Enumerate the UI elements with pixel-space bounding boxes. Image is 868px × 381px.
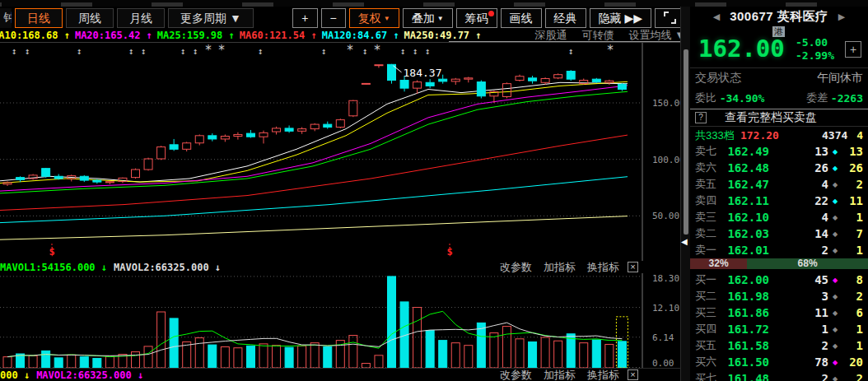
toolbar-button-+[interactable]: + [292, 8, 317, 28]
buy-orderbook: 买一162.0045◆8买二161.983◆2买三161.8611◆6买四161… [690, 272, 868, 381]
pane-button-加指标[interactable]: 加指标 [544, 260, 576, 275]
candlestick-chart[interactable]: 150.00100.0050.00↕↕↕↕↕↕↕**↕↕*↕*↕↕↕↕*$$18… [0, 43, 690, 261]
buy-level-row[interactable]: 买五161.582◆1 [690, 337, 868, 354]
buy-level-row[interactable]: 买三161.8611◆6 [690, 304, 868, 321]
volume-bar [541, 337, 549, 368]
level-label: 买四 [695, 322, 723, 337]
bottom-mavol1-partial: 000 ↓ [0, 369, 30, 381]
sell-level-row[interactable]: 卖三162.104◆1 [690, 209, 868, 225]
level-price: 162.48 [723, 161, 769, 174]
tab-月线[interactable]: 月线 [117, 8, 165, 28]
tab-日线[interactable]: 日线 [15, 8, 63, 28]
ma-label: MA60:121.54 ↑ [240, 30, 317, 41]
volume-bar [208, 345, 217, 368]
level-orders: 13 [842, 145, 863, 158]
star-marker-icon: * [346, 43, 353, 58]
sell-level-row[interactable]: 卖六162.4826◆26 [690, 160, 868, 176]
price-block: 162.00 -5.00 -2.99% + [690, 35, 868, 66]
candle [157, 146, 166, 160]
next-stock-arrow-icon[interactable]: ▶ [838, 12, 845, 22]
buy-level-row[interactable]: 买七161.482◆2 [690, 370, 868, 381]
buy-ratio: 68% [747, 258, 868, 269]
volume-bar [298, 346, 306, 368]
volume-bar [273, 346, 281, 368]
updown-marker-icon: ↕ [321, 46, 327, 57]
toolbar-button-隐藏 ▶▶[interactable]: 隐藏 ▶▶ [590, 8, 651, 28]
tab-更多周期[interactable]: 更多周期 ▼ [168, 8, 254, 28]
updown-marker-icon: ↕ [400, 46, 406, 57]
sell-level-row[interactable]: 卖二162.0314◆7 [690, 225, 868, 242]
candle [273, 127, 281, 135]
chevron-down-icon: ▼ [437, 15, 444, 22]
collapse-panel-arrow-icon[interactable]: ◀ [681, 237, 688, 246]
toolbar-button-筹码[interactable]: 筹码 [456, 8, 497, 28]
level-volume: 2 [769, 339, 828, 352]
link-可转债[interactable]: 可转债 [582, 28, 614, 41]
volume-bar [93, 358, 101, 368]
tab-周线[interactable]: 周线 [66, 8, 114, 28]
sell-ratio: 32% [690, 258, 747, 269]
candle [80, 175, 88, 182]
level-label: 卖六 [695, 160, 723, 175]
pane-button-改参数[interactable]: 改参数 [500, 260, 532, 275]
diamond-icon: ◆ [828, 359, 842, 366]
candle [516, 75, 524, 81]
candle [259, 131, 268, 144]
level-price: 162.47 [723, 178, 769, 191]
status-value: 午间休市 [817, 71, 863, 86]
toolbar-button-画线[interactable]: 画线 [501, 8, 542, 28]
pane-button-改参数[interactable]: 改参数 [500, 368, 532, 381]
close-pane-icon[interactable]: × [628, 262, 638, 272]
sell-level-row[interactable]: 卖七162.4913◆13 [690, 143, 868, 160]
volume-bar [80, 357, 88, 368]
volume-bar [426, 330, 434, 368]
candle [477, 81, 485, 99]
toolbar-button-经典[interactable]: 经典 [545, 8, 586, 28]
ma10-line [0, 81, 628, 183]
candle [298, 128, 306, 134]
scrollbar-thumb[interactable] [684, 49, 688, 235]
ma-label: MA25:159.98 ↑ [157, 30, 235, 41]
close-pane-icon[interactable]: × [628, 369, 638, 380]
buy-level-row[interactable]: 买一162.0045◆8 [690, 272, 868, 288]
candle [605, 80, 614, 85]
level-volume: 4 [769, 178, 828, 191]
toolbar-button-复权[interactable]: 复权▼ [349, 8, 399, 28]
volume-chart[interactable]: 18.3012.106.140.00 [0, 273, 690, 368]
level-orders: 2 [842, 290, 863, 303]
level-orders: 1 [842, 211, 863, 224]
sell-level-row[interactable]: 卖四162.1122◆11 [690, 193, 868, 209]
full-orderbook-link[interactable]: ? 查看完整档买卖盘 [690, 109, 868, 127]
tab-partial-left[interactable]: 钟 [0, 8, 12, 28]
toolbar-button-叠加[interactable]: 叠加▼ [403, 8, 453, 28]
buy-level-row[interactable]: 买二161.983◆2 [690, 288, 868, 304]
candle [580, 78, 588, 85]
diamond-icon: ◆ [828, 375, 842, 381]
sell-level-row[interactable]: 卖五162.474◆2 [690, 176, 868, 193]
volume-bar [592, 340, 600, 368]
fullscreen-icon [664, 12, 674, 22]
pane-button-换指标[interactable]: 换指标 [587, 368, 619, 381]
updown-marker-icon: ↕ [141, 46, 147, 57]
candle [336, 118, 344, 128]
help-icon[interactable]: ? [695, 112, 707, 123]
level-volume: 22 [769, 194, 828, 207]
stock-header: ◀ 300677 英科医疗 ▶ [690, 7, 868, 26]
buy-level-row[interactable]: 买六161.5078◆20 [690, 354, 868, 370]
sell-level-row[interactable]: 卖一162.012◆1 [690, 242, 868, 258]
level-volume: 78 [769, 355, 828, 369]
pane-button-换指标[interactable]: 换指标 [587, 260, 619, 275]
link-深股通[interactable]: 深股通 [535, 28, 567, 41]
pane-button-加指标[interactable]: 加指标 [544, 368, 576, 381]
add-watchlist-button[interactable]: + [845, 41, 861, 58]
fullscreen-button[interactable] [655, 8, 684, 28]
panel-divider: ◀ [680, 7, 690, 381]
ma-label: MA10:168.68 ↑ [0, 30, 70, 41]
toolbar-button-−[interactable]: − [321, 8, 346, 28]
price-axis-label: 50.00 [652, 211, 679, 221]
link-设置均线[interactable]: 设置均线 ▼ [629, 28, 685, 41]
volume-axis-label: 12.10 [652, 303, 679, 314]
buy-level-row[interactable]: 买四161.721◆1 [690, 321, 868, 337]
level-orders: 2 [842, 372, 863, 381]
prev-stock-arrow-icon[interactable]: ◀ [713, 12, 720, 22]
